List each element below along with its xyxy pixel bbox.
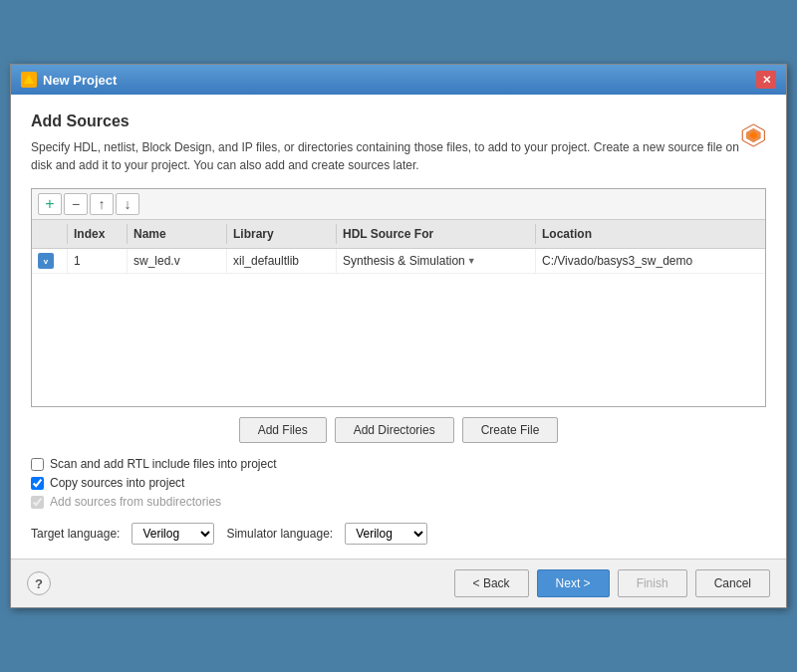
row-name-cell: sw_led.v bbox=[128, 249, 227, 273]
row-index-cell: 1 bbox=[68, 249, 128, 273]
cancel-button[interactable]: Cancel bbox=[695, 569, 770, 597]
add-directories-label: Add Directories bbox=[354, 423, 435, 437]
copy-sources-checkbox[interactable] bbox=[31, 477, 44, 490]
title-bar: New Project ✕ bbox=[11, 65, 786, 95]
scan-rtl-checkbox[interactable] bbox=[31, 458, 44, 471]
window-title: New Project bbox=[43, 73, 117, 88]
copy-sources-label: Copy sources into project bbox=[50, 476, 184, 490]
copy-sources-row: Copy sources into project bbox=[31, 476, 766, 490]
col-header-hdl-source: HDL Source For bbox=[337, 224, 536, 244]
col-header-name: Name bbox=[128, 224, 227, 244]
action-buttons-row: Add Files Add Directories Create File bbox=[31, 407, 766, 451]
page-title: Add Sources bbox=[31, 112, 741, 130]
svg-marker-0 bbox=[24, 75, 34, 84]
scan-rtl-row: Scan and add RTL include files into proj… bbox=[31, 457, 766, 471]
content-area: Add Sources Specify HDL, netlist, Block … bbox=[11, 95, 786, 559]
add-subdirectories-label: Add sources from subdirectories bbox=[50, 495, 221, 509]
col-header-index: Index bbox=[68, 224, 128, 244]
options-section: Scan and add RTL include files into proj… bbox=[31, 451, 766, 519]
table-toolbar: + − ↑ ↓ bbox=[32, 189, 765, 220]
add-directories-button[interactable]: Add Directories bbox=[335, 417, 454, 443]
close-button[interactable]: ✕ bbox=[756, 71, 776, 89]
simulator-language-label: Simulator language: bbox=[226, 527, 333, 541]
add-subdirectories-row: Add sources from subdirectories bbox=[31, 495, 766, 509]
sources-table-container: + − ↑ ↓ Index Name Library HDL Source Fo… bbox=[31, 188, 766, 407]
add-source-button[interactable]: + bbox=[38, 193, 62, 215]
finish-button[interactable]: Finish bbox=[618, 569, 687, 597]
dialog-footer: ? < Back Next > Finish Cancel bbox=[11, 559, 786, 607]
col-header-icon bbox=[32, 224, 68, 244]
add-subdirectories-checkbox[interactable] bbox=[31, 496, 44, 509]
footer-navigation: < Back Next > Finish Cancel bbox=[454, 569, 770, 597]
hdl-source-dropdown-arrow: ▼ bbox=[467, 256, 476, 266]
help-button[interactable]: ? bbox=[27, 571, 51, 595]
main-window: New Project ✕ Add Sources Specify HDL, n… bbox=[10, 64, 787, 608]
add-files-label: Add Files bbox=[258, 423, 308, 437]
file-type-icon: v bbox=[38, 253, 54, 269]
remove-source-button[interactable]: − bbox=[64, 193, 88, 215]
row-hdl-source-cell: Synthesis & Simulation ▼ bbox=[337, 249, 536, 273]
language-row: Target language: Verilog VHDL Mixed Simu… bbox=[31, 523, 766, 545]
col-header-library: Library bbox=[227, 224, 337, 244]
scan-rtl-label: Scan and add RTL include files into proj… bbox=[50, 457, 276, 471]
create-file-label: Create File bbox=[481, 423, 540, 437]
next-button[interactable]: Next > bbox=[537, 569, 610, 597]
create-file-button[interactable]: Create File bbox=[462, 417, 559, 443]
back-button[interactable]: < Back bbox=[454, 569, 529, 597]
move-up-button[interactable]: ↑ bbox=[90, 193, 114, 215]
table-row[interactable]: v 1 sw_led.v xil_defaultlib Synthesis & … bbox=[32, 249, 765, 274]
target-language-label: Target language: bbox=[31, 527, 120, 541]
move-down-button[interactable]: ↓ bbox=[116, 193, 139, 215]
add-files-button[interactable]: Add Files bbox=[239, 417, 327, 443]
table-header: Index Name Library HDL Source For Locati… bbox=[32, 220, 765, 249]
table-body: v 1 sw_led.v xil_defaultlib Synthesis & … bbox=[32, 249, 765, 406]
row-location-cell: C:/Vivado/basys3_sw_demo bbox=[536, 249, 765, 273]
page-description: Specify HDL, netlist, Block Design, and … bbox=[31, 138, 741, 174]
xilinx-logo bbox=[741, 116, 766, 154]
col-header-location: Location bbox=[536, 224, 765, 244]
row-library-cell: xil_defaultlib bbox=[227, 249, 337, 273]
simulator-language-select[interactable]: Verilog VHDL Mixed bbox=[345, 523, 427, 545]
app-icon bbox=[21, 72, 37, 88]
target-language-select[interactable]: Verilog VHDL Mixed bbox=[132, 523, 214, 545]
row-icon-cell: v bbox=[32, 249, 68, 273]
